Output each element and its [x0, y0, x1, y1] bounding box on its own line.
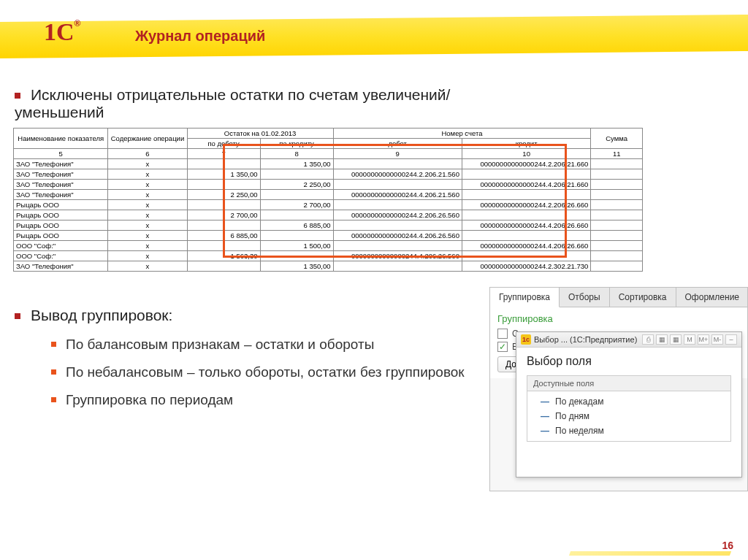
table-row: ЗАО "Телефония"х1 350,000000000000000024…	[14, 169, 643, 180]
page-number: 16	[722, 540, 733, 551]
window-toolbar-icons: ⎙ ▦ ▦ M M+ M- –	[642, 334, 737, 345]
sub-bullet-list: По балансовым признакам – остатки и обор…	[51, 336, 468, 418]
table-cell: Рыцарь ООО	[14, 210, 108, 220]
table-cell	[591, 169, 643, 180]
th-debit: по дебету	[187, 139, 260, 149]
table-cell: ООО "Соф:"	[14, 251, 108, 261]
table-cell	[591, 220, 643, 231]
table-cell	[462, 251, 590, 261]
table-cell: 2 250,00	[187, 190, 260, 200]
table-cell	[187, 200, 260, 210]
bullet-text: Исключены отрицательные остатки по счета…	[15, 86, 450, 120]
bullet-main-2: Вывод группировок:	[15, 307, 468, 324]
table-cell: 00000000000000244.4.206.26.560	[333, 251, 462, 261]
table-cell: 1 350,00	[260, 159, 333, 169]
window-caption: Выбор ... (1С:Предприятие)	[534, 335, 639, 344]
tab-styling[interactable]: Оформление	[676, 288, 748, 307]
table-num-row: 5 6 7 8 9 10 11	[14, 149, 643, 159]
panel-section-title: Группировка	[497, 313, 740, 324]
table-cell	[591, 261, 643, 272]
table-cell: х	[108, 261, 187, 272]
table-cell	[333, 159, 462, 169]
bullet-text: Вывод группировок:	[31, 307, 172, 323]
table-cell: х	[108, 200, 187, 210]
print-icon[interactable]: ⎙	[642, 334, 654, 345]
calendar-icon[interactable]: ▦	[670, 334, 682, 345]
table-cell	[187, 180, 260, 190]
bullet-icon	[15, 313, 20, 319]
field-item[interactable]: —По дням	[527, 409, 730, 423]
table-cell: Рыцарь ООО	[14, 220, 108, 231]
table-cell	[260, 210, 333, 220]
calc-icon[interactable]: ▦	[656, 334, 668, 345]
table-cell	[591, 251, 643, 261]
th-balance: Остаток на 01.02.2013	[187, 129, 333, 139]
table-cell	[187, 159, 260, 169]
table-row: ЗАО "Телефония"х2 250,000000000000000024…	[14, 180, 643, 190]
table-cell: х	[108, 241, 187, 251]
table-cell	[462, 190, 590, 200]
table-cell	[462, 231, 590, 241]
checkbox-icon[interactable]	[497, 329, 508, 339]
logo-1c: 1С®	[44, 18, 80, 46]
table-cell: ЗАО "Телефония"	[14, 169, 108, 180]
table-cell: 00000000000000244.4.206.26.560	[333, 231, 462, 241]
table-cell: 00000000000000244.2.206.21.560	[333, 169, 462, 180]
tabs-bar: Группировка Отборы Сортировка Оформление	[490, 288, 747, 307]
table-cell: ЗАО "Телефония"	[14, 159, 108, 169]
th-sum: Сумма	[591, 129, 643, 149]
table-cell: 2 700,00	[187, 210, 260, 220]
table-cell: Рыцарь ООО	[14, 231, 108, 241]
field-item[interactable]: —По декадам	[527, 394, 730, 409]
tab-grouping[interactable]: Группировка	[490, 288, 560, 307]
bullet-main-1: Исключены отрицательные остатки по счета…	[15, 86, 482, 121]
table-cell	[333, 180, 462, 190]
table-cell: х	[108, 159, 187, 169]
bullet-icon	[51, 397, 56, 402]
m-button[interactable]: M	[684, 334, 695, 345]
table-cell	[187, 241, 260, 251]
table-row: ЗАО "Телефония"х1 350,000000000000000024…	[14, 261, 643, 272]
table-row: Рыцарь ОООх6 885,0000000000000000244.4.2…	[14, 220, 643, 231]
table-cell	[333, 220, 462, 231]
table-cell: 1 563,30	[187, 251, 260, 261]
window-title: Выбор поля	[527, 355, 731, 368]
operations-table: Наименование показателя Содержание опера…	[13, 128, 643, 272]
available-fields-box: Доступные поля —По декадам —По дням —По …	[527, 375, 731, 442]
checkbox-icon[interactable]	[497, 342, 508, 352]
table-row: ЗАО "Телефония"х2 250,000000000000000024…	[14, 190, 643, 200]
table-cell: 00000000000000244.2.302.21.730	[462, 261, 590, 272]
table-cell	[591, 210, 643, 220]
settings-panel: Группировка Отборы Сортировка Оформление…	[489, 287, 748, 491]
table-cell: 2 700,00	[260, 200, 333, 210]
th-op: Содержание операции	[108, 129, 187, 149]
table-cell: 6 885,00	[260, 220, 333, 231]
table-cell	[333, 200, 462, 210]
table-cell: 00000000000000244.2.206.21.660	[462, 159, 590, 169]
tab-filters[interactable]: Отборы	[560, 288, 610, 307]
window-body: Выбор поля Доступные поля —По декадам —П…	[516, 348, 741, 449]
table-cell: Рыцарь ООО	[14, 200, 108, 210]
table-cell: 00000000000000244.4.206.26.660	[462, 220, 590, 231]
table-cell: х	[108, 180, 187, 190]
window-titlebar: 1c Выбор ... (1С:Предприятие) ⎙ ▦ ▦ M M+…	[516, 332, 741, 348]
field-chooser-window: 1c Выбор ... (1С:Предприятие) ⎙ ▦ ▦ M M+…	[516, 331, 742, 477]
table-cell: х	[108, 190, 187, 200]
sub-bullet-item: По небалансовым – только обороты, остатк…	[51, 364, 468, 381]
minimize-icon[interactable]: –	[725, 334, 737, 345]
th-debet: дебет	[333, 139, 462, 149]
tab-sorting[interactable]: Сортировка	[610, 288, 676, 307]
fields-header: Доступные поля	[527, 376, 730, 391]
table-row: Рыцарь ОООх2 700,0000000000000000244.2.2…	[14, 200, 643, 210]
table-cell: 00000000000000244.2.206.26.660	[462, 200, 590, 210]
table-cell: х	[108, 231, 187, 241]
m-minus-button[interactable]: M-	[711, 334, 723, 345]
table-cell: х	[108, 220, 187, 231]
th-name: Наименование показателя	[14, 129, 108, 149]
table-cell: х	[108, 251, 187, 261]
table-row: ООО "Соф:"х1 563,3000000000000000244.4.2…	[14, 251, 643, 261]
m-plus-button[interactable]: M+	[698, 334, 709, 345]
table-cell	[462, 210, 590, 220]
field-item[interactable]: —По неделям	[527, 423, 730, 438]
table-cell	[591, 159, 643, 169]
